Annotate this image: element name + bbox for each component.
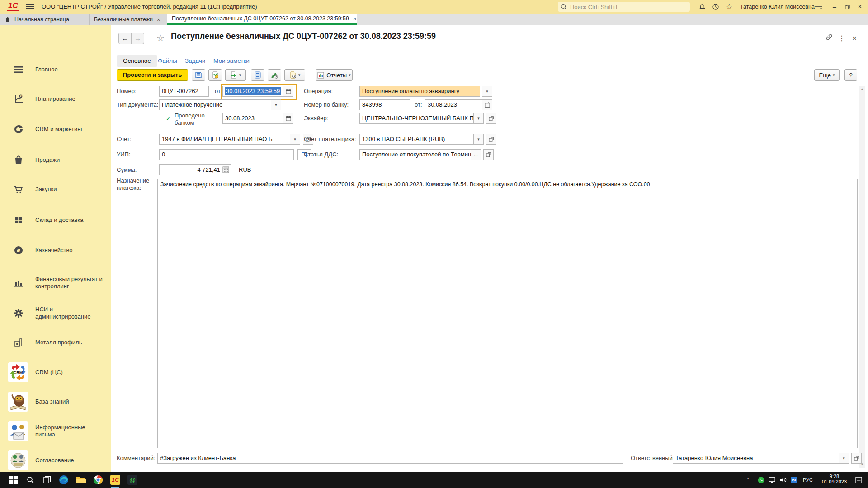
responsible-open-icon[interactable] — [851, 453, 862, 464]
sidebar-item-crm-cs[interactable]: CRM CRM (ЦС) — [0, 360, 111, 385]
payer-account-dropdown-icon[interactable]: ▾ — [473, 134, 484, 145]
sidebar-item-main[interactable]: Главное — [0, 57, 111, 82]
punto-tray-icon[interactable]: Ы — [791, 472, 797, 488]
calendar-icon[interactable] — [482, 99, 492, 110]
dds-item-field[interactable]: Поступление от покупателей по Термин — [359, 149, 471, 160]
calendar-icon[interactable] — [283, 113, 293, 124]
payer-account-open-icon[interactable] — [486, 134, 496, 145]
sidebar-item-sales[interactable]: Продажи — [0, 148, 111, 172]
document-movements-button[interactable] — [251, 69, 264, 81]
account-dropdown-icon[interactable]: ▾ — [290, 134, 300, 145]
operation-field[interactable]: Поступление оплаты по эквайрингу — [359, 86, 480, 97]
form-scrollbar[interactable] — [859, 86, 865, 468]
tray-expand-icon[interactable]: ⌃ — [746, 472, 750, 488]
close-window-button[interactable]: × — [854, 0, 866, 14]
minimize-button[interactable]: – — [828, 0, 841, 14]
file-explorer-icon[interactable] — [75, 474, 86, 485]
sidebar-item-approval[interactable]: Согласование — [0, 448, 111, 473]
posted-by-bank-checkbox[interactable]: ✓ — [165, 115, 172, 122]
current-user[interactable]: Татаренко Юлия Моисеевна — [740, 0, 815, 14]
tab-home[interactable]: Начальная страница — [0, 14, 90, 25]
display-tray-icon[interactable] — [769, 472, 775, 488]
operation-dropdown-icon[interactable]: ▾ — [482, 86, 492, 97]
post-document-button[interactable] — [208, 69, 222, 81]
create-based-on-button[interactable]: ▾ — [225, 69, 246, 81]
save-button[interactable] — [192, 69, 205, 81]
date-field[interactable]: 30.08.2023 23:59:59 — [222, 86, 283, 97]
sidebar-item-purchases[interactable]: Закупки — [0, 177, 111, 202]
tab-close-icon[interactable]: × — [157, 16, 160, 23]
payer-account-field[interactable]: 1300 в ПАО СБЕРБАНК (RUB) — [359, 134, 474, 145]
bank-date-field[interactable]: 30.08.2023 — [425, 99, 482, 110]
uip-field[interactable]: 0 — [159, 149, 294, 160]
acquirer-dropdown-icon[interactable]: ▾ — [473, 113, 484, 124]
1c-app-icon[interactable]: 1С — [110, 474, 121, 485]
acquirer-open-icon[interactable] — [486, 113, 496, 124]
doc-type-dropdown-icon[interactable]: ▾ — [271, 99, 281, 110]
edge-browser-icon[interactable] — [58, 474, 69, 485]
reports-button[interactable]: Отчеты ▾ — [316, 69, 353, 81]
sidebar-item-metall-profil[interactable]: Металл профиль — [0, 330, 111, 355]
sidebar-item-warehouse[interactable]: Склад и доставка — [0, 208, 111, 232]
calculator-icon[interactable] — [222, 166, 230, 174]
doc-type-field[interactable]: Платежное поручение — [159, 99, 271, 110]
notifications-bell-icon[interactable] — [697, 1, 708, 12]
payment-schedule-button[interactable]: ▾ — [284, 69, 305, 81]
sidebar-item-nsi-admin[interactable]: НСИ и администрирование — [0, 301, 111, 325]
bank-number-field[interactable]: 843998 — [359, 99, 410, 110]
forward-button[interactable]: → — [131, 33, 144, 44]
sidebar-item-planning[interactable]: ₽ Планирование — [0, 87, 111, 111]
chrome-browser-icon[interactable] — [93, 474, 104, 485]
nav-tab-main[interactable]: Основное — [117, 55, 157, 67]
dds-open-icon[interactable] — [483, 149, 494, 160]
get-link-icon[interactable] — [824, 33, 834, 43]
sidebar-item-knowledge-base[interactable]: База знаний — [0, 389, 111, 414]
scroll-up-icon[interactable]: ▲ — [859, 86, 865, 93]
sidebar-item-finresult[interactable]: Финансовый результат и контроллинг — [0, 271, 111, 295]
account-field[interactable]: 1947 в ФИЛИАЛ ЦЕНТРАЛЬНЫЙ ПАО Б — [159, 134, 290, 145]
language-indicator[interactable]: РУС — [803, 472, 813, 488]
responsible-dropdown-icon[interactable]: ▾ — [839, 453, 849, 464]
tab-close-icon[interactable]: × — [353, 15, 357, 22]
search-input[interactable] — [569, 3, 687, 11]
sidebar-item-info-letters[interactable]: Информационные письма — [0, 419, 111, 443]
task-view-icon[interactable] — [42, 474, 52, 485]
nav-tab-tasks[interactable]: Задачи — [185, 55, 205, 67]
calendar-icon[interactable] — [283, 86, 293, 97]
purpose-textarea[interactable]: Зачисление средств по операциям эквайрин… — [157, 179, 858, 448]
close-document-icon[interactable]: × — [849, 33, 859, 43]
favorites-star-icon[interactable]: ☆ — [724, 1, 735, 12]
acquirer-field[interactable]: ЦЕНТРАЛЬНО-ЧЕРНОЗЕМНЫЙ БАНК П — [359, 113, 474, 124]
clock-area[interactable]: 9:28 01.09.2023 — [822, 472, 847, 488]
sidebar-item-treasury[interactable]: ₽ Казначейство — [0, 238, 111, 263]
history-clock-icon[interactable] — [710, 1, 721, 12]
more-menu-icon[interactable]: ⋮ — [837, 33, 847, 43]
sidebar-item-crm-marketing[interactable]: CRM и маркетинг — [0, 117, 111, 141]
favorite-star-icon[interactable]: ☆ — [156, 33, 165, 43]
service-menu-icon[interactable] — [812, 1, 826, 12]
tab-document[interactable]: Поступление безналичных ДС 0ЦУТ-007262 о… — [167, 14, 357, 25]
amount-field[interactable]: 4 721,41 — [159, 164, 231, 175]
edit-schedule-button[interactable] — [268, 69, 281, 81]
dds-choose-button[interactable]: ... — [471, 149, 481, 160]
comment-field[interactable]: #Загружен из Клиент-Банка — [157, 453, 623, 464]
number-field[interactable]: 0ЦУТ-007262 — [159, 86, 209, 97]
start-button-icon[interactable] — [8, 474, 19, 485]
mail-app-icon[interactable]: @ — [127, 474, 138, 485]
whatsapp-tray-icon[interactable] — [758, 472, 764, 488]
notification-center-icon[interactable] — [855, 472, 862, 488]
responsible-field[interactable]: Татаренко Юлия Моисеевна — [673, 453, 839, 464]
main-menu-icon[interactable] — [26, 4, 34, 9]
nav-tab-notes[interactable]: Мои заметки — [213, 55, 250, 67]
help-button[interactable]: ? — [844, 69, 857, 81]
taskbar-search-icon[interactable] — [25, 474, 36, 485]
volume-tray-icon[interactable] — [780, 472, 787, 488]
back-button[interactable]: ← — [118, 33, 132, 44]
posted-date-field[interactable]: 30.08.2023 — [222, 113, 283, 124]
restore-button[interactable] — [841, 0, 854, 14]
global-search[interactable] — [558, 2, 690, 12]
tab-cashless-payments[interactable]: Безналичные платежи × — [90, 14, 167, 25]
post-and-close-button[interactable]: Провести и закрыть — [117, 69, 188, 81]
nav-tab-files[interactable]: Файлы — [158, 55, 177, 67]
more-actions-button[interactable]: Еще ▾ — [814, 69, 840, 81]
